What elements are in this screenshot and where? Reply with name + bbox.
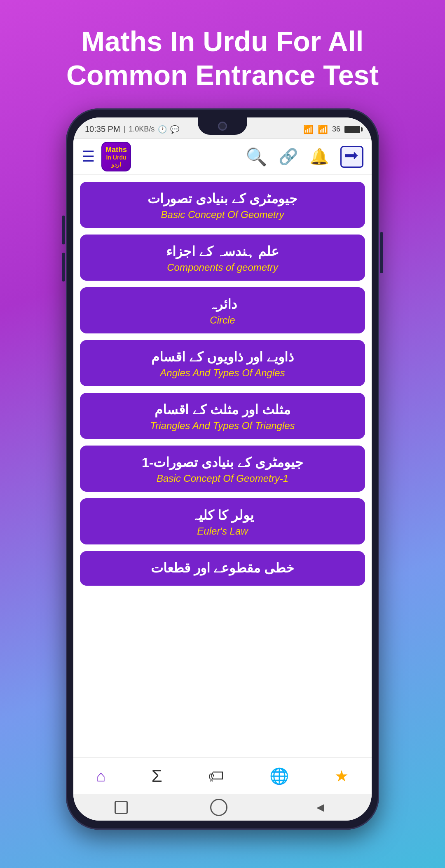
topic-card-2[interactable]: علم ہندسہ کے اجزاء Components of geometr… xyxy=(80,235,365,281)
camera xyxy=(218,122,227,131)
volume-up-button xyxy=(62,216,65,244)
app-logo: Maths In Urdu اردو xyxy=(101,142,131,171)
nav-square-button[interactable] xyxy=(115,801,128,814)
topic-urdu-6: جیومٹری کے بنیادی تصورات-1 xyxy=(142,455,303,470)
bottom-nav: ⌂ Σ 🏷 🌐 ★ xyxy=(73,757,372,794)
status-speed: | xyxy=(124,125,126,134)
share-icon[interactable]: 🔗 xyxy=(279,148,298,166)
toolbar-icons: 🔍 🔗 🔔 ⮕ xyxy=(246,146,363,168)
topic-urdu-7: یولر کا کلیہ xyxy=(191,507,254,523)
menu-icon[interactable]: ☰ xyxy=(82,148,95,165)
status-left: 10:35 PM | 1.0KB/s 🕐 💬 xyxy=(85,124,179,134)
topic-english-3: Circle xyxy=(210,314,235,326)
topic-english-7: Euler's Law xyxy=(197,525,248,537)
status-msg-icon: 💬 xyxy=(170,125,179,134)
phone-mockup: 10:35 PM | 1.0KB/s 🕐 💬 📶 📶 36 ☰ Maths xyxy=(66,108,379,830)
nav-star-icon[interactable]: ★ xyxy=(335,767,349,785)
volume-down-button xyxy=(62,253,65,282)
nav-sigma-icon[interactable]: Σ xyxy=(152,766,162,786)
android-nav-bar: ◄ xyxy=(73,794,372,821)
logo-maths: Maths xyxy=(105,145,127,155)
app-toolbar: ☰ Maths In Urdu اردو 🔍 🔗 🔔 ⮕ xyxy=(73,139,372,175)
topic-urdu-5: مثلث اور مثلث کے اقسام xyxy=(155,402,290,418)
topic-urdu-2: علم ہندسہ کے اجزاء xyxy=(166,244,279,259)
status-time: 10:35 PM xyxy=(85,124,120,134)
topic-urdu-3: دائرہ xyxy=(208,296,237,312)
topic-urdu-8: خطی مقطوعے اور قطعات xyxy=(151,560,295,576)
topic-english-2: Components of geometry xyxy=(167,262,278,273)
power-button xyxy=(380,232,383,273)
topic-card-5[interactable]: مثلث اور مثلث کے اقسام Triangles And Typ… xyxy=(80,393,365,439)
bell-icon[interactable]: 🔔 xyxy=(309,148,329,166)
topic-english-4: Angles And Types Of Angles xyxy=(160,367,285,379)
nav-circle-button[interactable] xyxy=(210,799,227,816)
wifi-icon: 📶 xyxy=(303,124,314,134)
topic-english-5: Triangles And Types Of Triangles xyxy=(150,420,295,432)
signal-icon: 📶 xyxy=(318,124,328,134)
phone-body: 10:35 PM | 1.0KB/s 🕐 💬 📶 📶 36 ☰ Maths xyxy=(66,108,379,830)
topic-card-6[interactable]: جیومٹری کے بنیادی تصورات-1 Basic Concept… xyxy=(80,446,365,492)
search-icon[interactable]: 🔍 xyxy=(246,147,267,167)
topic-urdu-1: جیومٹری کے بنیادی تصورات xyxy=(148,191,297,206)
exit-icon[interactable]: ⮕ xyxy=(340,146,363,168)
nav-home-icon[interactable]: ⌂ xyxy=(96,767,106,785)
topic-card-3[interactable]: دائرہ Circle xyxy=(80,287,365,333)
status-clock-icon: 🕐 xyxy=(158,125,167,134)
nav-tag-icon[interactable]: 🏷 xyxy=(208,767,224,785)
topic-card-7[interactable]: یولر کا کلیہ Euler's Law xyxy=(80,498,365,544)
status-network: 1.0KB/s xyxy=(129,125,155,134)
topic-card-1[interactable]: جیومٹری کے بنیادی تصورات Basic Concept O… xyxy=(80,182,365,228)
logo-inurdu: In Urdu xyxy=(106,154,126,161)
battery-level: 36 xyxy=(332,125,340,134)
topic-card-4[interactable]: ذاویے اور ذاویوں کے اقسام Angles And Typ… xyxy=(80,340,365,386)
topic-urdu-4: ذاویے اور ذاویوں کے اقسام xyxy=(151,349,294,365)
notch xyxy=(198,117,247,135)
topic-card-8[interactable]: خطی مقطوعے اور قطعات xyxy=(80,551,365,586)
logo-urdu: اردو xyxy=(111,161,121,168)
content-area: جیومٹری کے بنیادی تصورات Basic Concept O… xyxy=(73,175,372,757)
battery-icon xyxy=(344,126,360,133)
topic-english-6: Basic Concept Of Geometry-1 xyxy=(157,473,288,484)
status-right: 📶 📶 36 xyxy=(303,124,360,134)
nav-back-button[interactable]: ◄ xyxy=(310,797,330,818)
nav-globe-icon[interactable]: 🌐 xyxy=(269,767,289,785)
phone-screen: 10:35 PM | 1.0KB/s 🕐 💬 📶 📶 36 ☰ Maths xyxy=(73,117,372,821)
page-title: Maths In Urdu For All Common Entrance Te… xyxy=(0,25,445,92)
topic-english-1: Basic Concept Of Geometry xyxy=(161,209,284,221)
